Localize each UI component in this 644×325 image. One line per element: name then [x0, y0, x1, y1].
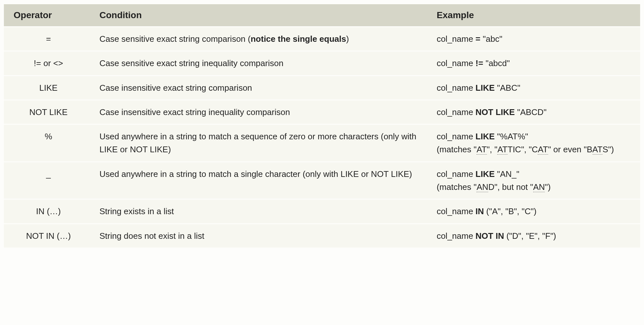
example-prefix: col_name [437, 58, 476, 68]
condition-text: Case insensitive exact string inequality… [99, 107, 290, 117]
example-suffix: ("A", "B", "C") [484, 206, 536, 216]
condition-text: Case sensitive exact string inequality c… [99, 58, 283, 68]
example-cell: col_name LIKE "ABC" [430, 76, 640, 99]
table-row: %Used anywhere in a string to match a se… [4, 125, 640, 161]
condition-cell: Used anywhere in a string to match a seq… [93, 125, 430, 161]
example-prefix: col_name [437, 169, 476, 179]
condition-text-tail: ) [346, 34, 349, 44]
example-suffix: "abcd" [483, 58, 510, 68]
operator-cell: != or <> [4, 52, 93, 75]
condition-cell: Case sensitive exact string comparison (… [93, 27, 430, 51]
example-suffix: "ABC" [495, 83, 520, 93]
example-suffix: ("D", "E", "F") [504, 231, 556, 241]
condition-cell: String exists in a list [93, 200, 430, 223]
example-suffix: "ABCD" [515, 107, 546, 117]
condition-cell: Used anywhere in a string to match a sin… [93, 162, 430, 199]
operator-cell: = [4, 27, 93, 51]
example-cell: col_name LIKE "AN_"(matches "AND", but n… [430, 162, 640, 199]
example-cell: col_name != "abcd" [430, 52, 640, 75]
condition-cell: Case insensitive exact string comparison [93, 76, 430, 99]
example-operator: = [476, 34, 480, 44]
condition-cell: String does not exist in a list [93, 224, 430, 248]
example-operator: LIKE [476, 83, 495, 93]
operator-cell: NOT LIKE [4, 100, 93, 124]
example-operator: NOT IN [476, 231, 504, 241]
example-operator: LIKE [476, 169, 495, 179]
condition-text: String does not exist in a list [99, 231, 204, 241]
operator-cell: LIKE [4, 76, 93, 99]
example-prefix: col_name [437, 132, 476, 141]
condition-cell: Case sensitive exact string inequality c… [93, 52, 430, 75]
condition-text: Used anywhere in a string to match a seq… [99, 132, 416, 154]
operators-table: Operator Condition Example =Case sensiti… [4, 3, 640, 249]
operator-cell: IN (…) [4, 200, 93, 223]
col-condition-header: Condition [93, 4, 430, 26]
example-suffix: "abc" [480, 34, 502, 44]
col-operator-header: Operator [4, 4, 93, 26]
example-prefix: col_name [437, 231, 476, 241]
condition-text: Case sensitive exact string comparison ( [99, 34, 251, 44]
table-row: != or <>Case sensitive exact string ineq… [4, 52, 640, 75]
condition-text: Used anywhere in a string to match a sin… [99, 169, 412, 179]
condition-text: String exists in a list [99, 206, 174, 216]
table-row: NOT IN (…)String does not exist in a lis… [4, 224, 640, 248]
example-operator: IN [476, 206, 484, 216]
operator-cell: NOT IN (…) [4, 224, 93, 248]
table-row: IN (…)String exists in a listcol_name IN… [4, 200, 640, 223]
table-header-row: Operator Condition Example [4, 4, 640, 26]
example-cell: col_name LIKE "%AT%"(matches "AT", "ATTI… [430, 125, 640, 161]
example-operator: != [476, 58, 483, 68]
operator-cell: % [4, 125, 93, 161]
example-prefix: col_name [437, 107, 476, 117]
example-operator: NOT LIKE [476, 107, 515, 117]
condition-text: Case insensitive exact string comparison [99, 83, 252, 93]
condition-cell: Case insensitive exact string inequality… [93, 100, 430, 124]
example-cell: col_name NOT IN ("D", "E", "F") [430, 224, 640, 248]
table-row: NOT LIKECase insensitive exact string in… [4, 100, 640, 124]
col-example-header: Example [430, 4, 640, 26]
operator-cell: _ [4, 162, 93, 199]
example-prefix: col_name [437, 83, 476, 93]
example-prefix: col_name [437, 206, 476, 216]
example-cell: col_name = "abc" [430, 27, 640, 51]
table-row: LIKECase insensitive exact string compar… [4, 76, 640, 99]
example-prefix: col_name [437, 34, 476, 44]
condition-emphasis: notice the single equals [251, 34, 346, 44]
example-operator: LIKE [476, 132, 495, 141]
example-cell: col_name NOT LIKE "ABCD" [430, 100, 640, 124]
table-row: _Used anywhere in a string to match a si… [4, 162, 640, 199]
table-row: =Case sensitive exact string comparison … [4, 27, 640, 51]
example-cell: col_name IN ("A", "B", "C") [430, 200, 640, 223]
